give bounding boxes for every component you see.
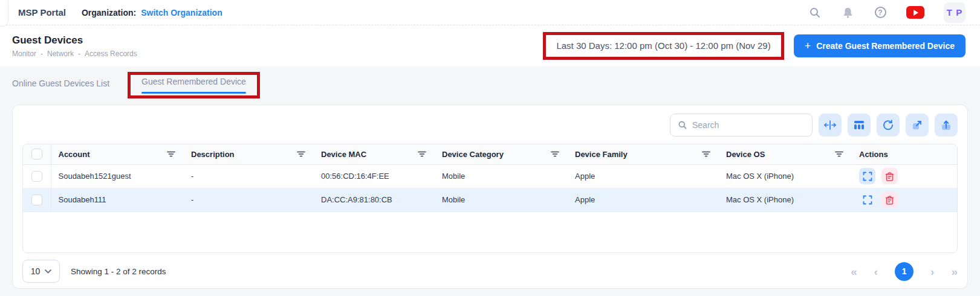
fullscreen-icon — [863, 172, 872, 181]
breadcrumb-separator: - — [41, 50, 43, 58]
filter-icon[interactable] — [550, 149, 560, 159]
tab-online-guest-devices-list[interactable]: Online Guest Devices List — [12, 74, 109, 95]
annotation-box-active-tab: Guest Remembered Device — [128, 72, 260, 98]
open-expand-icon — [912, 120, 923, 130]
topbar-actions: ? T P — [808, 2, 965, 23]
date-range-picker[interactable]: Last 30 Days: 12:00 pm (Oct 30) - 12:00 … — [556, 40, 770, 51]
cell-device-family: Apple — [568, 164, 719, 188]
chevron-down-icon — [45, 269, 51, 274]
guest-remembered-device-card: Account Description Device MAC Device Ca… — [12, 105, 968, 289]
bell-icon[interactable] — [841, 6, 854, 19]
pagination-controls: « ‹ 1 › » — [851, 262, 958, 281]
trash-icon — [885, 195, 894, 205]
row-checkbox-cell — [23, 164, 51, 188]
column-label: Device OS — [726, 150, 765, 159]
page-header: Guest Devices Monitor - Network - Access… — [0, 25, 980, 66]
create-button-label: Create Guest Remembered Device — [816, 41, 955, 51]
question-mark: ? — [875, 7, 886, 18]
user-avatar[interactable]: T P — [944, 2, 965, 23]
column-header-device-os: Device OS — [719, 144, 852, 164]
play-glyph — [913, 10, 918, 16]
refresh-button[interactable] — [877, 114, 900, 137]
tab-guest-remembered-device[interactable]: Guest Remembered Device — [141, 77, 246, 94]
last-page-button[interactable]: » — [951, 266, 958, 277]
row-checkbox[interactable] — [31, 171, 42, 182]
tab-label: Online Guest Devices List — [12, 79, 109, 88]
cell-description: - — [184, 188, 314, 211]
brand-title: MSP Portal — [18, 7, 66, 18]
column-header-description: Description — [184, 144, 314, 164]
cell-actions — [852, 188, 957, 211]
app-root: MSP Portal Organization: Switch Organiza… — [0, 0, 980, 296]
tabs-row: Online Guest Devices List Guest Remember… — [0, 66, 980, 98]
breadcrumb-separator: - — [78, 50, 80, 58]
page-title: Guest Devices — [12, 34, 137, 47]
cell-device-mac: 00:56:CD:16:4F:EE — [314, 164, 435, 188]
column-label: Actions — [859, 150, 888, 159]
table-footer: 10 Showing 1 - 2 of 2 records « ‹ 1 › » — [13, 253, 967, 283]
col-resize-icon — [824, 120, 836, 130]
row-checkbox[interactable] — [31, 195, 42, 205]
youtube-icon[interactable] — [906, 6, 924, 19]
cell-description: - — [184, 164, 314, 188]
column-label: Device MAC — [321, 150, 366, 159]
cell-device-os: Mac OS X (iPhone) — [719, 188, 852, 211]
records-summary: Showing 1 - 2 of 2 records — [71, 267, 166, 276]
prev-page-button[interactable]: ‹ — [874, 266, 878, 277]
search-input[interactable] — [692, 120, 805, 130]
current-page-button[interactable]: 1 — [895, 262, 913, 281]
organization-label: Organization: — [82, 8, 136, 18]
filter-icon[interactable] — [296, 149, 307, 159]
row-delete-button[interactable] — [881, 191, 898, 208]
column-header-account: Account — [51, 144, 184, 164]
row-checkbox-cell — [23, 188, 51, 211]
filter-icon[interactable] — [834, 149, 845, 159]
table-header-row: Account Description Device MAC Device Ca… — [23, 144, 957, 164]
columns-settings-button[interactable] — [848, 114, 871, 137]
column-label: Device Category — [442, 150, 504, 159]
sidebar-edge[interactable] — [0, 0, 8, 27]
column-header-device-mac: Device MAC — [314, 144, 435, 164]
column-resize-button[interactable] — [819, 114, 842, 137]
row-fullscreen-button[interactable] — [859, 168, 875, 184]
top-bar: MSP Portal Organization: Switch Organiza… — [0, 0, 980, 25]
filter-icon[interactable] — [417, 149, 427, 159]
row-delete-button[interactable] — [881, 168, 898, 184]
cell-device-family: Apple — [568, 188, 719, 211]
column-header-actions: Actions — [852, 144, 957, 164]
plus-icon: + — [805, 40, 811, 51]
help-icon[interactable]: ? — [874, 6, 887, 19]
select-all-checkbox[interactable] — [31, 149, 42, 159]
search-box[interactable] — [670, 114, 813, 137]
switch-organization-link[interactable]: Switch Organization — [141, 8, 222, 18]
breadcrumb: Monitor - Network - Access Records — [12, 50, 137, 58]
column-header-device-family: Device Family — [568, 144, 719, 164]
annotation-box-date-range: Last 30 Days: 12:00 pm (Oct 30) - 12:00 … — [543, 32, 784, 60]
columns-icon — [854, 120, 865, 130]
create-guest-remembered-device-button[interactable]: + Create Guest Remembered Device — [794, 34, 965, 57]
column-label: Account — [59, 150, 90, 159]
search-icon — [678, 120, 687, 130]
open-expand-button[interactable] — [906, 114, 929, 137]
page-size-select[interactable]: 10 — [22, 260, 60, 283]
column-header-device-category: Device Category — [435, 144, 568, 164]
active-tab-underline — [141, 92, 246, 94]
row-fullscreen-button[interactable] — [859, 191, 875, 208]
page-header-left: Guest Devices Monitor - Network - Access… — [12, 34, 137, 58]
trash-icon — [885, 172, 894, 181]
search-icon[interactable] — [808, 6, 822, 19]
cell-device-category: Mobile — [435, 188, 568, 211]
first-page-button[interactable]: « — [851, 266, 857, 277]
cell-account: Soudabeh111 — [51, 188, 184, 211]
column-label: Description — [191, 150, 235, 159]
breadcrumb-item-access-records: Access Records — [85, 50, 137, 58]
export-upload-button[interactable] — [935, 114, 958, 137]
devices-table: Account Description Device MAC Device Ca… — [22, 144, 958, 253]
next-page-button[interactable]: › — [930, 266, 934, 277]
filter-icon[interactable] — [701, 149, 712, 159]
column-label: Device Family — [575, 150, 628, 159]
cell-account: Soudabeh1521guest — [51, 164, 184, 188]
filter-icon[interactable] — [166, 149, 177, 159]
cell-device-category: Mobile — [435, 164, 568, 188]
page-size-value: 10 — [31, 266, 41, 276]
